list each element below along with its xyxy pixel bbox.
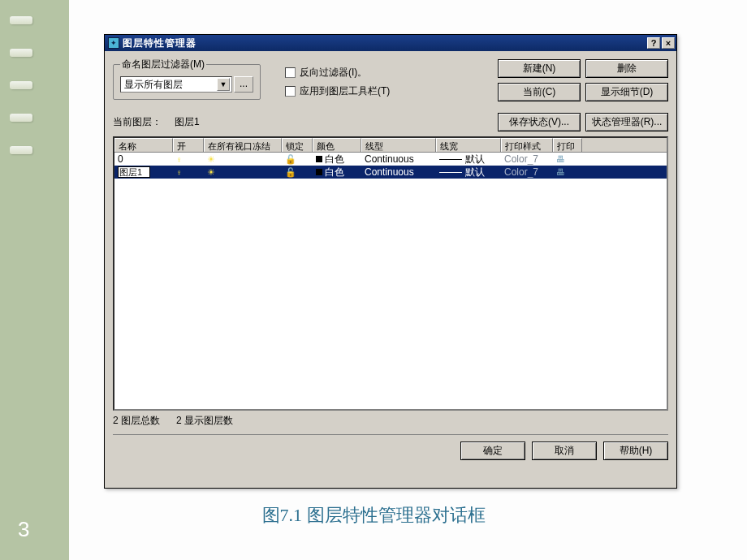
bulb-on-icon[interactable]: ♀ — [176, 168, 183, 177]
cell-linetype[interactable]: Continuous — [361, 153, 436, 166]
reverse-filter-label: 反向过滤器(I)。 — [300, 66, 367, 80]
title-bar[interactable]: ✦ 图层特性管理器 ? × — [105, 35, 676, 51]
filter-select-value: 显示所有图层 — [124, 78, 183, 92]
name-edit-input[interactable]: 图层1 — [118, 166, 150, 178]
help-title-button[interactable]: ? — [647, 37, 660, 49]
decorative-pill-1 — [10, 16, 32, 24]
col-on[interactable]: 开 — [173, 138, 204, 152]
show-detail-button[interactable]: 显示细节(D) — [585, 83, 668, 101]
table-row[interactable]: 0 ♀ ☀ 🔓 白色 Continuous 默认 Color_7 🖶 — [114, 153, 667, 166]
apply-toolbar-label: 应用到图层工具栏(T) — [300, 84, 390, 98]
dialog-title: 图层特性管理器 — [123, 37, 646, 50]
sun-icon[interactable]: ☀ — [207, 154, 215, 165]
layer-list[interactable]: 名称 开 在所有视口冻结 锁定 颜色 线型 线宽 打印样式 打印 0 ♀ ☀ 🔓 — [113, 136, 668, 411]
reverse-filter-checkbox[interactable] — [285, 67, 296, 78]
col-linetype[interactable]: 线型 — [361, 138, 436, 152]
col-plotstyle[interactable]: 打印样式 — [501, 138, 553, 152]
cell-lineweight[interactable]: 默认 — [465, 166, 485, 179]
filter-legend: 命名图层过滤器(M) — [120, 58, 206, 71]
apply-toolbar-checkbox[interactable] — [285, 86, 296, 97]
current-layer-value: 图层1 — [175, 115, 200, 129]
state-manager-button[interactable]: 状态管理器(R)... — [585, 113, 668, 131]
cell-name[interactable]: 0 — [114, 153, 173, 166]
help-button[interactable]: 帮助(H) — [603, 442, 668, 460]
app-icon: ✦ — [108, 37, 119, 49]
printer-icon[interactable]: 🖶 — [556, 167, 565, 177]
status-shown: 2 显示图层数 — [176, 415, 233, 426]
color-swatch[interactable] — [316, 156, 322, 162]
chevron-down-icon: ▼ — [217, 78, 230, 91]
new-button[interactable]: 新建(N) — [498, 59, 581, 78]
bulb-on-icon[interactable]: ♀ — [176, 155, 183, 164]
delete-button[interactable]: 删除 — [585, 59, 668, 78]
cell-color: 白色 — [325, 153, 344, 166]
ok-button[interactable]: 确定 — [460, 442, 525, 460]
decorative-pill-3 — [10, 81, 32, 89]
cell-plotstyle: Color_7 — [501, 153, 553, 166]
save-state-button[interactable]: 保存状态(V)... — [498, 113, 581, 131]
col-name[interactable]: 名称 — [114, 138, 173, 152]
slide-sidebar: 3 — [0, 0, 69, 560]
table-row[interactable]: 图层1 ♀ ☀ 🔓 白色 Continuous 默认 Color_7 — [114, 166, 667, 179]
cell-linetype[interactable]: Continuous — [361, 166, 436, 179]
filter-more-button[interactable]: ... — [234, 76, 253, 93]
status-total: 2 图层总数 — [113, 415, 160, 426]
layer-properties-dialog: ✦ 图层特性管理器 ? × 命名图层过滤器(M) 显示所有图层 ▼ ... — [104, 34, 677, 489]
col-print[interactable]: 打印 — [553, 138, 582, 152]
col-lineweight[interactable]: 线宽 — [436, 138, 501, 152]
line-icon — [439, 172, 462, 173]
decorative-pill-2 — [10, 49, 32, 57]
col-lock[interactable]: 锁定 — [282, 138, 313, 152]
col-color[interactable]: 颜色 — [313, 138, 361, 152]
decorative-pill-4 — [10, 114, 32, 122]
current-button[interactable]: 当前(C) — [498, 83, 581, 101]
cell-color: 白色 — [325, 166, 344, 179]
printer-icon[interactable]: 🖶 — [556, 154, 565, 164]
cell-plotstyle: Color_7 — [501, 166, 553, 179]
current-layer-label: 当前图层： — [113, 115, 162, 129]
named-filter-fieldset: 命名图层过滤器(M) 显示所有图层 ▼ ... — [113, 58, 261, 100]
figure-caption: 图7.1 图层特性管理器对话框 — [0, 503, 747, 528]
cell-lineweight[interactable]: 默认 — [465, 153, 485, 166]
close-button[interactable]: × — [662, 37, 675, 49]
filter-select[interactable]: 显示所有图层 ▼ — [120, 76, 232, 93]
status-bar: 2 图层总数 2 显示图层数 — [113, 412, 668, 429]
col-freeze[interactable]: 在所有视口冻结 — [204, 138, 282, 152]
cancel-button[interactable]: 取消 — [532, 442, 597, 460]
decorative-pill-5 — [10, 146, 32, 154]
list-header: 名称 开 在所有视口冻结 锁定 颜色 线型 线宽 打印样式 打印 — [114, 138, 667, 153]
sun-icon[interactable]: ☀ — [207, 167, 215, 178]
line-icon — [439, 159, 462, 160]
color-swatch[interactable] — [316, 169, 322, 175]
lock-icon[interactable]: 🔓 — [285, 154, 296, 165]
lock-icon[interactable]: 🔓 — [285, 167, 296, 178]
